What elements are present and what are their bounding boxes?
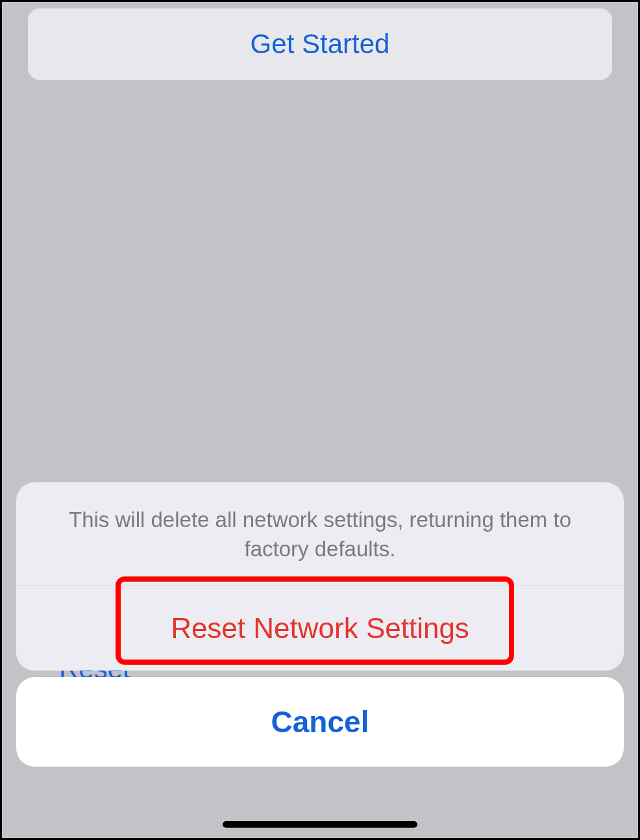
reset-network-settings-button[interactable]: Reset Network Settings — [16, 586, 624, 671]
cancel-button[interactable]: Cancel — [16, 677, 624, 767]
action-sheet: This will delete all network settings, r… — [16, 482, 624, 671]
cancel-label: Cancel — [271, 704, 369, 739]
get-started-card[interactable]: Get Started — [28, 8, 612, 80]
reset-network-settings-label: Reset Network Settings — [171, 612, 469, 645]
home-indicator[interactable] — [223, 821, 417, 828]
sheet-message: This will delete all network settings, r… — [16, 482, 624, 586]
get-started-label: Get Started — [251, 29, 390, 60]
